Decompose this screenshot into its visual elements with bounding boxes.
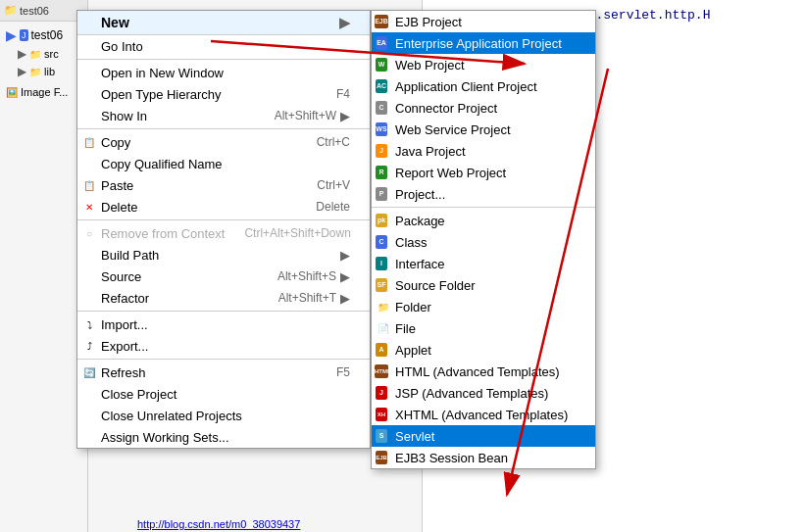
new-arrow: ▶ (339, 15, 350, 30)
submenu-item-folder[interactable]: 📁 Folder (372, 296, 595, 317)
menu-item-copy[interactable]: 📋 Copy Ctrl+C (77, 131, 370, 153)
submenu-item-ejb3-session[interactable]: EJB EJB3 Session Bean (372, 447, 595, 468)
tab-label: test06 (20, 5, 49, 17)
enterprise-app-icon: EA (376, 35, 391, 51)
submenu-item-enterprise-app[interactable]: EA Enterprise Application Project (372, 32, 595, 54)
menu-item-new[interactable]: New ▶ (77, 11, 370, 35)
submenu-item-interface[interactable]: I Interface (372, 253, 595, 274)
shortcut: F5 (336, 365, 350, 379)
label: EJB3 Session Bean (395, 451, 579, 465)
submenu-item-html[interactable]: HTML HTML (Advanced Templates) (372, 361, 595, 382)
label: Source Folder (395, 278, 579, 293)
label: JSP (Advanced Templates) (395, 386, 579, 401)
label: Source (101, 269, 258, 284)
menu-item-open-type-hierarchy[interactable]: Open Type Hierarchy F4 (77, 83, 370, 105)
label: Copy (101, 135, 297, 150)
label: Build Path (101, 248, 336, 263)
menu-item-build-path[interactable]: Build Path ▶ (77, 244, 370, 266)
submenu-item-web-service[interactable]: WS Web Service Project (372, 119, 595, 140)
label: Delete (101, 200, 296, 215)
submenu-item-package[interactable]: pk Package (372, 210, 595, 231)
label: Java Project (395, 144, 579, 159)
left-panel: 📁 test06 ▶ J test06 ▶ 📁 src ▶ 📁 lib 🖼️ I… (0, 0, 88, 532)
submenu-item-java-project[interactable]: J Java Project (372, 140, 595, 162)
label: Show In (101, 109, 255, 123)
menu-item-delete[interactable]: ✕ Delete Delete (77, 196, 370, 218)
submenu[interactable]: EJB EJB Project EA Enterprise Applicatio… (371, 10, 596, 469)
submenu-item-project[interactable]: P Project... (372, 183, 595, 205)
html-icon: HTML (376, 363, 391, 379)
label: Import... (101, 317, 350, 332)
web-project-icon: W (376, 57, 391, 73)
menu-item-paste[interactable]: 📋 Paste Ctrl+V (77, 174, 370, 196)
shortcut: Ctrl+C (317, 135, 350, 149)
report-web-icon: R (376, 165, 391, 180)
label: Export... (101, 339, 350, 354)
tree-item[interactable]: 🖼️ Image F... (2, 84, 85, 100)
menu-item-import[interactable]: ⤵ Import... (77, 314, 370, 335)
menu-item-go-into[interactable]: Go Into (77, 35, 370, 57)
jsp-icon: J (376, 385, 391, 401)
submenu-item-applet[interactable]: A Applet (372, 339, 595, 361)
applet-icon: A (376, 342, 391, 358)
label: Application Client Project (395, 79, 579, 94)
label: Class (395, 235, 579, 250)
separator (77, 59, 370, 60)
submenu-item-connector[interactable]: C Connector Project (372, 97, 595, 119)
label: Close Unrelated Projects (101, 409, 350, 423)
submenu-item-source-folder[interactable]: SF Source Folder (372, 274, 595, 296)
label: Project... (395, 187, 579, 202)
label: Copy Qualified Name (101, 157, 350, 171)
tab-icon: 📁 (4, 4, 18, 17)
menu-item-source[interactable]: Source Alt+Shift+S ▶ (77, 266, 370, 287)
submenu-item-servlet[interactable]: S Servlet (372, 425, 595, 447)
project-icon: P (376, 186, 391, 202)
tree-item[interactable]: ▶ 📁 lib (14, 63, 85, 80)
submenu-item-file[interactable]: 📄 File (372, 317, 595, 339)
label: Connector Project (395, 101, 579, 116)
arrow: ▶ (340, 291, 350, 306)
label: Package (395, 214, 579, 228)
menu-item-close-unrelated[interactable]: Close Unrelated Projects (77, 405, 370, 426)
arrow: ▶ (340, 269, 350, 284)
menu-item-show-in[interactable]: Show In Alt+Shift+W ▶ (77, 105, 370, 126)
separator (372, 207, 595, 208)
shortcut: Ctrl+Alt+Shift+Down (244, 226, 350, 240)
ejb3-session-icon: EJB (376, 450, 391, 465)
submenu-item-app-client[interactable]: AC Application Client Project (372, 75, 595, 97)
connector-icon: C (376, 100, 391, 116)
submenu-item-ejb-project[interactable]: EJB EJB Project (372, 11, 595, 32)
shortcut: F4 (336, 87, 350, 101)
servlet-icon: S (376, 428, 391, 444)
export-icon: ⤴ (81, 338, 97, 354)
tree-item[interactable]: ▶ J test06 (2, 25, 85, 45)
context-menu[interactable]: New ▶ Go Into Open in New Window Open Ty… (76, 10, 371, 449)
label: Applet (395, 343, 579, 358)
submenu-item-jsp[interactable]: J JSP (Advanced Templates) (372, 382, 595, 404)
menu-item-export[interactable]: ⤴ Export... (77, 335, 370, 357)
interface-icon: I (376, 256, 391, 271)
import-icon: ⤵ (81, 316, 97, 332)
delete-icon: ✕ (81, 199, 97, 215)
separator (77, 359, 370, 360)
menu-item-refresh[interactable]: 🔄 Refresh F5 (77, 362, 370, 383)
submenu-item-web-project[interactable]: W Web Project (372, 54, 595, 75)
menu-item-assign-working-sets[interactable]: Assign Working Sets... (77, 426, 370, 448)
shortcut: Delete (316, 200, 350, 214)
submenu-item-xhtml[interactable]: XH XHTML (Advanced Templates) (372, 404, 595, 425)
submenu-item-class[interactable]: C Class (372, 231, 595, 253)
label: EJB Project (395, 15, 579, 29)
menu-item-copy-qualified[interactable]: Copy Qualified Name (77, 153, 370, 174)
tree-item[interactable]: ▶ 📁 src (14, 45, 85, 63)
menu-item-open-new-window[interactable]: Open in New Window (77, 62, 370, 83)
package-explorer-tab: 📁 test06 (0, 0, 87, 22)
remove-icon: ○ (81, 225, 97, 241)
menu-item-remove-context[interactable]: ○ Remove from Context Ctrl+Alt+Shift+Dow… (77, 222, 370, 244)
label: Web Service Project (395, 122, 579, 137)
menu-item-close-project[interactable]: Close Project (77, 383, 370, 405)
file-icon: 📄 (376, 320, 391, 336)
label: Close Project (101, 387, 350, 402)
web-service-icon: WS (376, 121, 391, 137)
menu-item-refactor[interactable]: Refactor Alt+Shift+T ▶ (77, 287, 370, 309)
submenu-item-report-web[interactable]: R Report Web Project (372, 162, 595, 183)
